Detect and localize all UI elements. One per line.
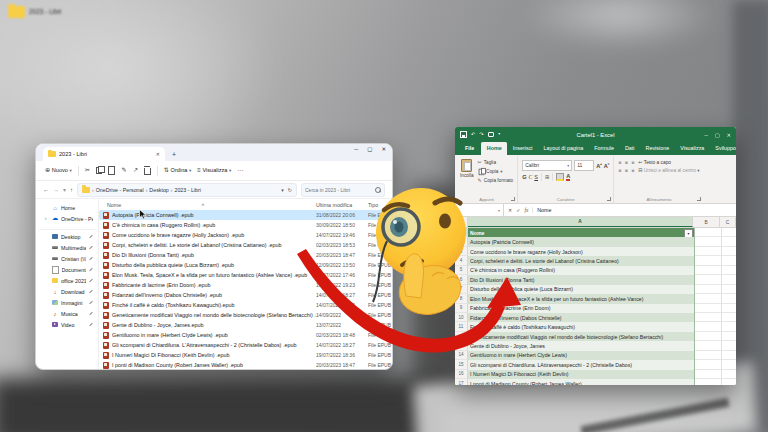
ribbon-tab[interactable]: Inserisci: [507, 142, 538, 155]
row-number[interactable]: 10: [455, 313, 468, 322]
sidebar-item[interactable]: Download: [38, 286, 96, 297]
file-row[interactable]: Gli scomparsi di Chiardiluna. L'Attraver…: [99, 340, 392, 350]
horizontal-align-icons[interactable]: ≡ ≡ ≡: [618, 168, 635, 173]
minimize-button[interactable]: ─: [354, 146, 358, 152]
borders-icon[interactable]: ⊞: [545, 175, 549, 180]
cell[interactable]: [722, 360, 736, 369]
cell-book-title[interactable]: Fabbricante di lacrime (Erin Doom): [468, 304, 695, 313]
shrink-font-button[interactable]: A▾: [604, 162, 610, 169]
font-name-select[interactable]: Calibri▾: [522, 160, 572, 171]
chevron-down-icon[interactable]: ▾: [281, 187, 284, 193]
ribbon-tab[interactable]: Revisione: [640, 142, 675, 155]
row-number[interactable]: 16: [455, 370, 468, 379]
ribbon-tab[interactable]: Formule: [589, 142, 620, 155]
cell[interactable]: [695, 332, 722, 341]
file-row[interactable]: Come uccidono le brave ragazze (Holly Ja…: [99, 230, 392, 240]
cell-book-title[interactable]: Finché il caffè è caldo (Toshikazu Kawag…: [468, 322, 695, 331]
file-row[interactable]: Fabbricante di lacrime (Erin Doom) .epub…: [99, 280, 392, 290]
sidebar-item[interactable]: Documenti: [38, 264, 96, 275]
up-icon[interactable]: ↑: [70, 187, 73, 193]
cell[interactable]: [695, 360, 722, 369]
cell-book-title[interactable]: Autopsia (Patricia Cornwell): [468, 237, 695, 246]
row-number[interactable]: 5: [455, 266, 468, 275]
font-size-select[interactable]: 11: [574, 160, 594, 171]
delete-icon[interactable]: [144, 168, 151, 175]
italic-button[interactable]: C: [529, 174, 533, 180]
row-number[interactable]: 4: [455, 256, 468, 265]
cell[interactable]: [722, 304, 736, 313]
forward-icon[interactable]: →: [53, 187, 59, 193]
cell[interactable]: [695, 247, 722, 256]
cell[interactable]: [722, 266, 736, 275]
breadcrumb[interactable]: › OneDrive - Personal › Desktop › 2023 -…: [77, 183, 297, 197]
row-number[interactable]: 2: [455, 237, 468, 246]
copy-button[interactable]: Copia ▾: [478, 168, 514, 176]
ribbon-tab[interactable]: Home: [481, 142, 507, 155]
grow-font-button[interactable]: A▴: [596, 162, 602, 169]
wrap-text-button[interactable]: ↩ Testo a capo: [638, 160, 671, 165]
sidebar-item[interactable]: Cristian (\\M: [38, 253, 96, 264]
cell[interactable]: [695, 370, 722, 379]
row-number[interactable]: 14: [455, 351, 468, 360]
cell[interactable]: [695, 304, 722, 313]
tab-close-icon[interactable]: ✕: [156, 151, 160, 157]
cell[interactable]: [722, 237, 736, 246]
paste-icon[interactable]: [108, 166, 115, 175]
row-number[interactable]: 6: [455, 275, 468, 284]
copy-icon[interactable]: [96, 167, 103, 175]
cell-book-title[interactable]: I ponti di Madison County (Robert James …: [468, 379, 695, 385]
cell[interactable]: [695, 294, 722, 303]
cell[interactable]: [722, 370, 736, 379]
cell-book-title[interactable]: Geneticamente modificati Viaggio nel mon…: [468, 332, 695, 341]
ribbon-tab[interactable]: Sviluppo: [710, 142, 736, 155]
search-input[interactable]: [305, 187, 375, 193]
recent-locations-icon[interactable]: ▾: [63, 187, 66, 193]
cell-book-title[interactable]: Gentiluomo in mare (Herbert Clyde Lewis): [468, 351, 695, 360]
file-row[interactable]: Finché il caffè è caldo (Toshikazu Kawag…: [99, 300, 392, 310]
more-options-icon[interactable]: ⋯: [237, 167, 243, 173]
row-number[interactable]: 17: [455, 379, 468, 385]
column-header-name[interactable]: Nome∧: [107, 202, 316, 208]
file-row[interactable]: C'è chimica in casa (Ruggero Rollini) .e…: [99, 220, 392, 230]
cell[interactable]: [722, 322, 736, 331]
sidebar-item[interactable]: › OneDrive - Pers: [38, 213, 96, 224]
formula-bar-value[interactable]: Nome: [533, 207, 551, 213]
cell[interactable]: [695, 351, 722, 360]
cell[interactable]: [695, 228, 722, 237]
cell[interactable]: [722, 332, 736, 341]
file-row[interactable]: Gente di Dublino - Joyce, James.epub 13/…: [99, 320, 392, 330]
close-button[interactable]: ✕: [381, 146, 386, 152]
font-color-icon[interactable]: A: [566, 173, 570, 181]
file-row[interactable]: I Numeri Magici Di Fibonacci (Keith Devl…: [99, 350, 392, 360]
dialog-launcher-icon[interactable]: [697, 197, 701, 201]
file-row[interactable]: I ponti di Madison County (Robert James …: [99, 360, 392, 370]
file-row[interactable]: Disturbo della pubblica quiete (Luca Biz…: [99, 260, 392, 270]
cut-icon[interactable]: ✂: [85, 167, 90, 173]
cell-book-title[interactable]: Corpi, scheletri e delitti. Le storie de…: [468, 256, 695, 265]
explorer-tab[interactable]: 2023 - Libri ✕: [43, 147, 165, 161]
cell-book-title[interactable]: I Numeri Magici Di Fibonacci (Keith Devl…: [468, 370, 695, 379]
cell[interactable]: [695, 322, 722, 331]
cell[interactable]: [722, 256, 736, 265]
format-painter-button[interactable]: ✎Copia formato: [478, 178, 514, 183]
sidebar-item[interactable]: Video: [38, 319, 96, 330]
view-button[interactable]: ≡ Visualizza ▾: [197, 167, 231, 173]
merge-center-button[interactable]: ⊟ Unisci e allinea al centro ▾: [638, 168, 699, 173]
file-row[interactable]: Autopsia (Patricia Cornwell) .epub 31/08…: [99, 210, 392, 220]
cell[interactable]: [722, 294, 736, 303]
column-header-a[interactable]: A: [468, 217, 693, 227]
breadcrumb-item[interactable]: OneDrive - Personal: [96, 187, 144, 193]
cell[interactable]: [722, 275, 736, 284]
cell[interactable]: [695, 275, 722, 284]
cell-book-title[interactable]: Gli scomparsi di Chiardiluna. LAttravers…: [468, 360, 695, 369]
fill-color-icon[interactable]: [556, 173, 564, 181]
paste-button[interactable]: Incolla: [460, 158, 474, 183]
cell[interactable]: [695, 285, 722, 294]
dialog-launcher-icon[interactable]: [607, 197, 611, 201]
cell-book-title[interactable]: Dio Di Illusioni (Donna Tartt): [468, 275, 695, 284]
ribbon-tab[interactable]: Dati: [619, 142, 640, 155]
cell[interactable]: [722, 285, 736, 294]
ribbon-tab[interactable]: Layout di pagina: [538, 142, 589, 155]
cell-book-title[interactable]: Elon Musk. Tesla, SpaceX e la sfida per …: [468, 294, 695, 303]
breadcrumb-item[interactable]: 2023 - Libri: [174, 187, 201, 193]
